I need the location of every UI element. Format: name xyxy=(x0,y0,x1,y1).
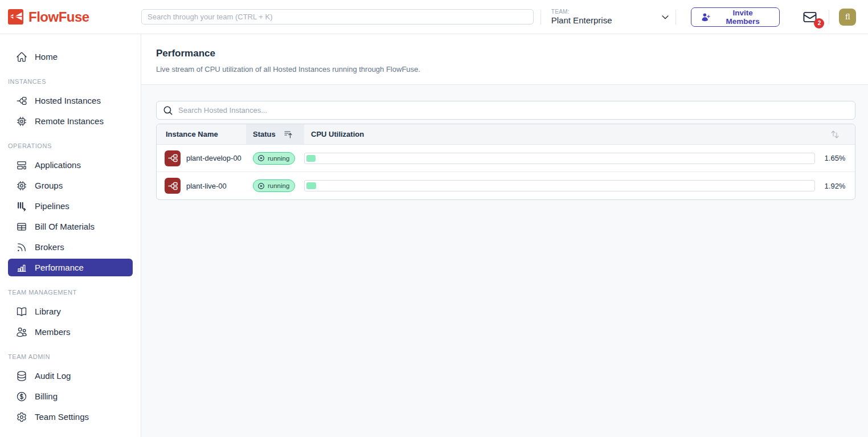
cpu-progress-bar xyxy=(304,180,815,191)
sidebar-item-label: Bill Of Materials xyxy=(35,222,95,231)
cpu-progress-bar xyxy=(304,153,815,164)
sidebar-section-instances: INSTANCES xyxy=(8,78,141,85)
cpu-value: 1.92% xyxy=(815,182,855,190)
members-icon xyxy=(16,326,27,338)
sidebar-item-label: Members xyxy=(35,327,71,337)
invite-members-label: Invite Members xyxy=(715,9,771,26)
sidebar-section-team-admin: TEAM ADMIN xyxy=(8,353,141,360)
billing-icon xyxy=(16,391,27,402)
app-header: FlowFuse TEAM: Plant Enterprise Invite M… xyxy=(0,0,868,34)
sidebar-item-label: Pipelines xyxy=(35,201,69,211)
node-red-instance-icon xyxy=(165,178,181,194)
logo-text: FlowFuse xyxy=(28,9,89,25)
groups-icon xyxy=(16,180,27,191)
sidebar-item-pipelines[interactable]: Pipelines xyxy=(8,197,133,215)
team-search-input[interactable] xyxy=(141,9,534,24)
sidebar-item-billing[interactable]: Billing xyxy=(8,387,133,405)
sort-ascending-icon xyxy=(284,130,293,139)
instance-name: plant-develop-00 xyxy=(186,154,241,162)
sidebar-item-bill-of-materials[interactable]: Bill Of Materials xyxy=(8,218,133,235)
sidebar-item-label: Billing xyxy=(35,391,58,401)
instance-search-box xyxy=(156,101,855,120)
team-settings-icon xyxy=(16,411,27,423)
remote-instances-icon xyxy=(16,116,27,127)
page-title: Performance xyxy=(156,48,855,59)
user-avatar[interactable]: fl xyxy=(839,9,856,26)
performance-chart-icon xyxy=(16,262,27,273)
notification-count-badge: 2 xyxy=(814,18,824,28)
team-selector[interactable]: TEAM: Plant Enterprise xyxy=(551,9,670,25)
column-header-cpu-utilization[interactable]: CPU Utilization xyxy=(304,124,815,144)
sidebar-item-label: Library xyxy=(35,307,61,316)
sidebar-item-label: Home xyxy=(35,52,58,62)
sidebar-item-team-settings[interactable]: Team Settings xyxy=(8,408,133,426)
search-icon xyxy=(163,105,173,116)
arrows-up-down-icon xyxy=(830,130,840,139)
pipelines-icon xyxy=(16,201,27,212)
audit-log-icon xyxy=(16,370,27,382)
sidebar-item-hosted-instances[interactable]: Hosted Instances xyxy=(8,92,133,109)
sidebar-item-members[interactable]: Members xyxy=(8,323,133,341)
instance-name: plant-live-00 xyxy=(186,182,227,190)
column-header-sort[interactable] xyxy=(815,124,855,144)
header-divider xyxy=(675,10,676,24)
status-badge-label: running xyxy=(268,155,289,162)
play-circle-icon xyxy=(257,182,265,190)
header-divider xyxy=(541,10,541,24)
sidebar-item-performance[interactable]: Performance xyxy=(8,259,133,276)
sidebar-item-groups[interactable]: Groups xyxy=(8,177,133,194)
status-badge-running: running xyxy=(253,179,295,192)
bill-of-materials-icon xyxy=(16,221,27,232)
instance-search-input[interactable] xyxy=(178,106,849,115)
invite-members-button[interactable]: Invite Members xyxy=(691,7,780,27)
flowfuse-logo[interactable]: FlowFuse xyxy=(8,9,141,25)
status-badge-label: running xyxy=(268,182,289,189)
status-badge-running: running xyxy=(253,152,295,165)
table-header-row: Instance Name Status CPU Utilization xyxy=(157,124,855,145)
node-red-instance-icon xyxy=(165,150,181,166)
sidebar-item-label: Brokers xyxy=(35,242,64,252)
sidebar-item-label: Team Settings xyxy=(35,412,89,422)
sidebar-item-brokers[interactable]: Brokers xyxy=(8,238,133,256)
home-icon xyxy=(16,51,27,63)
flowfuse-logo-icon xyxy=(8,9,23,24)
page-subtitle: Live stream of CPU utilization of all Ho… xyxy=(156,65,855,73)
hosted-instances-icon xyxy=(16,95,27,107)
brokers-icon xyxy=(16,242,27,253)
sidebar-item-label: Performance xyxy=(35,263,84,272)
library-icon xyxy=(16,306,27,317)
team-label: TEAM: xyxy=(551,9,612,15)
column-header-status-label: Status xyxy=(253,130,276,138)
sidebar-nav: Home INSTANCES Hosted Instances xyxy=(0,34,141,437)
table-row[interactable]: plant-live-00 running xyxy=(157,172,855,199)
sidebar-item-label: Hosted Instances xyxy=(35,96,101,105)
sidebar-item-audit-log[interactable]: Audit Log xyxy=(8,367,133,385)
chevron-down-icon xyxy=(661,13,670,22)
sidebar-section-team-management: TEAM MANAGEMENT xyxy=(8,289,141,296)
notifications-button[interactable]: 2 xyxy=(803,10,817,24)
main-content: Performance Live stream of CPU utilizati… xyxy=(141,34,868,437)
instances-table: Instance Name Status CPU Utilization xyxy=(156,124,855,200)
play-circle-icon xyxy=(257,154,265,162)
column-header-instance-name[interactable]: Instance Name xyxy=(157,124,246,144)
team-name: Plant Enterprise xyxy=(551,15,612,25)
applications-icon xyxy=(16,160,27,171)
cpu-progress-fill xyxy=(306,182,316,189)
user-plus-icon xyxy=(701,12,711,22)
column-header-status[interactable]: Status xyxy=(246,124,304,144)
sidebar-item-home[interactable]: Home xyxy=(8,48,133,66)
sidebar-item-label: Applications xyxy=(35,160,81,170)
header-divider xyxy=(829,10,829,24)
sidebar-item-label: Groups xyxy=(35,181,63,190)
sidebar-section-operations: OPERATIONS xyxy=(8,142,141,149)
sidebar-item-library[interactable]: Library xyxy=(8,303,133,320)
sidebar-item-remote-instances[interactable]: Remote Instances xyxy=(8,112,133,130)
cpu-value: 1.65% xyxy=(815,154,855,162)
table-row[interactable]: plant-develop-00 running xyxy=(157,145,855,172)
sidebar-item-label: Remote Instances xyxy=(35,116,104,126)
cpu-progress-fill xyxy=(306,155,316,162)
sidebar-item-label: Audit Log xyxy=(35,371,71,381)
sidebar-item-applications[interactable]: Applications xyxy=(8,156,133,174)
